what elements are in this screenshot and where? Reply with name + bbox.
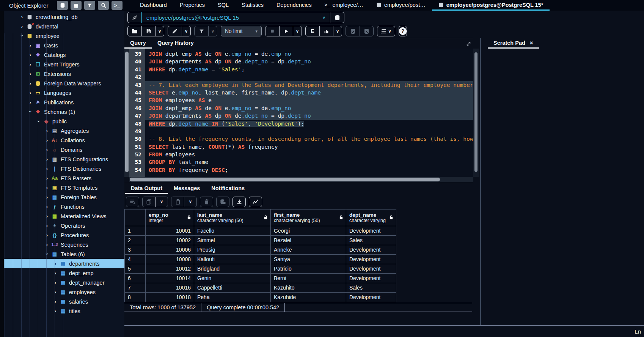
tree-item-employees[interactable]: ›▦employees <box>4 287 124 297</box>
tree-item-sequences[interactable]: ›1..3Sequences <box>4 240 124 249</box>
execute-button[interactable] <box>279 26 293 36</box>
code-line-42[interactable] <box>149 73 473 81</box>
chevron-collapsed-icon[interactable]: › <box>27 43 33 48</box>
code-line-39[interactable]: JOIN dept_emp AS de ON e.emp_no = de.emp… <box>149 50 473 58</box>
chevron-expanded-icon[interactable]: › <box>36 118 42 124</box>
row-limit-select[interactable]: No limit ▾ <box>221 26 262 36</box>
editor-code-area[interactable]: JOIN dept_emp AS de ON e.emp_no = de.emp… <box>145 49 473 177</box>
chevron-collapsed-icon[interactable]: › <box>44 213 50 219</box>
data-cell[interactable]: Facello <box>194 226 271 236</box>
filter-table-icon[interactable] <box>84 1 95 10</box>
tree-item-collations[interactable]: ›A↓Collations <box>4 135 124 145</box>
delete-row-icon[interactable] <box>200 197 213 207</box>
results-grid[interactable]: emp_nointegerlast_namecharacter varying … <box>124 209 396 302</box>
tree-item-foreign-data-wrappers[interactable]: ›Foreign Data Wrappers <box>4 79 124 88</box>
tree-item-schemas-1[interactable]: ›❖Schemas (1) <box>4 107 124 117</box>
tree-item-domains[interactable]: ›⌂Domains <box>4 145 124 154</box>
row-number-cell[interactable]: 4 <box>125 255 146 264</box>
data-cell[interactable]: Peha <box>194 293 271 302</box>
editor-left-scrollbar[interactable] <box>124 49 129 177</box>
table-row[interactable]: 610014GeninBerniDevelopment <box>125 274 396 283</box>
chevron-collapsed-icon[interactable]: › <box>27 80 33 86</box>
tree-item-crowdfunding-db[interactable]: ›crowdfunding_db <box>4 12 124 22</box>
chevron-collapsed-icon[interactable]: › <box>44 128 50 134</box>
chevron-collapsed-icon[interactable]: › <box>52 308 58 314</box>
row-number-cell[interactable]: 6 <box>125 274 146 283</box>
chevron-collapsed-icon[interactable]: › <box>44 223 50 228</box>
tree-item-dept-emp[interactable]: ›▦dept_emp <box>4 268 124 278</box>
terminal-icon[interactable]: >_ <box>112 1 123 10</box>
tree-item-languages[interactable]: ›▭Languages <box>4 88 124 98</box>
download-results-button[interactable] <box>233 197 245 207</box>
data-cell[interactable]: Saniya <box>271 255 346 264</box>
search-icon[interactable] <box>98 1 109 10</box>
data-cell[interactable]: 10002 <box>146 236 194 245</box>
data-cell[interactable]: 10001 <box>146 226 194 236</box>
edit-options-chevron[interactable]: ∨ <box>182 26 190 36</box>
tab-employee[interactable]: >_employee/… <box>318 0 370 11</box>
chevron-collapsed-icon[interactable]: › <box>27 52 33 58</box>
tree-item-dvdrental[interactable]: ›✕dvdrental <box>4 22 124 31</box>
data-cell[interactable]: Development <box>346 264 396 274</box>
row-number-cell[interactable]: 8 <box>125 293 146 302</box>
connection-select[interactable]: employee/postgres@PostgreSQL 15 ∨ <box>141 12 330 23</box>
chevron-expanded-icon[interactable]: › <box>19 33 25 39</box>
data-cell[interactable]: Development <box>346 245 396 255</box>
code-line-50[interactable]: -- 8. List the frequency counts, in desc… <box>149 135 473 143</box>
data-cell[interactable]: Simmel <box>194 236 271 245</box>
database-icon[interactable] <box>57 1 68 10</box>
table-row[interactable]: 310006PreusigAnnekeDevelopment <box>125 245 396 255</box>
tree-item-event-triggers[interactable]: ›❏Event Triggers <box>4 60 124 69</box>
save-options-chevron[interactable]: ∨ <box>155 26 164 36</box>
tab-employee-postgres-postgresql-15[interactable]: employee/postgres@PostgreSQL 15* <box>432 0 550 11</box>
data-cell[interactable]: Kazuhito <box>271 283 346 293</box>
data-cell[interactable]: Development <box>346 255 396 264</box>
column-header-emp-no[interactable]: emp_nointeger <box>146 209 194 226</box>
code-line-47[interactable]: JOIN departments AS dp ON de.dept_no = d… <box>145 112 473 120</box>
tab-query[interactable]: Query <box>124 38 152 49</box>
help-button[interactable]: ? <box>399 27 407 35</box>
tab-dashboard[interactable]: Dashboard <box>134 0 173 11</box>
row-number-cell[interactable]: 3 <box>125 245 146 255</box>
data-cell[interactable]: Sales <box>346 236 396 245</box>
explain-analyze-icon[interactable] <box>319 26 333 36</box>
row-number-header[interactable] <box>125 209 146 226</box>
code-line-43[interactable]: -- 7. List each employee in the Sales an… <box>145 81 473 89</box>
code-line-41[interactable]: WHERE dp.dept_name = 'Sales'; <box>149 66 473 73</box>
filter-options-chevron[interactable]: ∨ <box>208 26 217 36</box>
tree-item-aggregates[interactable]: ›▤Aggregates <box>4 126 124 135</box>
data-cell[interactable]: 10018 <box>146 293 194 302</box>
chevron-collapsed-icon[interactable]: › <box>44 156 50 162</box>
data-cell[interactable]: Bezalel <box>271 236 346 245</box>
add-row-icon[interactable] <box>126 197 139 207</box>
tree-item-procedures[interactable]: ›{}Procedures <box>4 230 124 240</box>
code-line-49[interactable] <box>149 128 473 135</box>
data-cell[interactable]: 10006 <box>146 245 194 255</box>
data-cell[interactable]: Sales <box>346 283 396 293</box>
row-number-cell[interactable]: 1 <box>125 226 146 236</box>
tree-item-departments[interactable]: ›▦departments <box>4 259 124 268</box>
tab-statistics[interactable]: Statistics <box>235 0 270 11</box>
row-number-cell[interactable]: 7 <box>125 283 146 293</box>
data-cell[interactable]: Cappelletti <box>194 283 271 293</box>
code-line-45[interactable]: FROM employees AS e <box>145 96 473 104</box>
tree-item-casts[interactable]: ›▣Casts <box>4 41 124 50</box>
filter-button[interactable] <box>195 26 208 36</box>
tree-item-public[interactable]: ›◈public <box>4 117 124 126</box>
close-icon[interactable]: × <box>530 39 533 46</box>
tab-properties[interactable]: Properties <box>173 0 211 11</box>
column-header-dept-name[interactable]: dept_namecharacter varying <box>346 209 396 226</box>
code-line-46[interactable]: JOIN dept_emp AS de ON e.emp_no = de.emp… <box>145 104 473 112</box>
paste-options-chevron[interactable]: ∨ <box>184 197 196 207</box>
tab-employee-post[interactable]: employee/post… <box>370 0 432 11</box>
chevron-collapsed-icon[interactable]: › <box>19 14 25 20</box>
table-row[interactable]: 710016CappellettiKazuhitoSales <box>125 283 396 293</box>
tree-item-catalogs[interactable]: ›❖Catalogs <box>4 50 124 60</box>
code-line-51[interactable]: SELECT last_name, COUNT(*) AS frequency <box>149 143 473 151</box>
tree-item-materialized-views[interactable]: ›▦Materialized Views <box>4 211 124 221</box>
chevron-collapsed-icon[interactable]: › <box>27 99 33 105</box>
table-row[interactable]: 110001FacelloGeorgiDevelopment <box>125 226 396 236</box>
tree-item-fts-configurations[interactable]: ›▥FTS Configurations <box>4 154 124 164</box>
data-cell[interactable]: Preusig <box>194 245 271 255</box>
code-line-48[interactable]: WHERE dp.dept_name IN ('Sales', 'Develop… <box>149 120 473 128</box>
